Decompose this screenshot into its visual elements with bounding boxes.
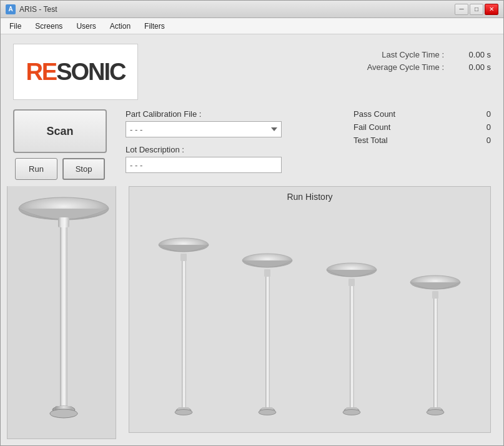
history-lamp-svg-3 — [325, 252, 378, 427]
title-bar-left: A ARIS - Test — [6, 4, 57, 14]
test-total-row: Test Total 0 — [353, 136, 491, 145]
cycle-stats: Last Cycle Time : 0.00 s Average Cycle T… — [316, 44, 491, 75]
stop-button[interactable]: Stop — [62, 158, 105, 180]
menu-file[interactable]: File — [3, 20, 27, 32]
svg-point-29 — [427, 410, 444, 415]
svg-rect-13 — [264, 269, 270, 277]
svg-rect-25 — [432, 291, 438, 299]
svg-rect-20 — [350, 286, 354, 408]
logo-area: RESONIC — [13, 44, 138, 100]
menu-filters[interactable]: Filters — [138, 20, 171, 32]
last-cycle-label: Last Cycle Time : — [382, 50, 444, 59]
form-area: Part Calibration File : - - - Lot Descri… — [126, 109, 335, 173]
fail-count-value: 0 — [472, 122, 491, 132]
history-lamp-svg-4 — [409, 265, 462, 427]
left-controls: Scan Run Stop — [13, 109, 107, 180]
app-icon: A — [6, 4, 16, 14]
close-button[interactable]: ✕ — [485, 4, 498, 15]
pass-count-label: Pass Count — [353, 109, 395, 119]
avg-cycle-label: Average Cycle Time : — [367, 62, 444, 72]
menu-bar: File Screens Users Action Filters — [1, 18, 503, 34]
svg-rect-26 — [433, 299, 438, 408]
lot-desc-input[interactable] — [126, 157, 282, 173]
top-section: RESONIC Last Cycle Time : 0.00 s Average… — [1, 34, 503, 106]
svg-point-17 — [259, 410, 276, 415]
history-lamp-svg-1 — [157, 227, 210, 427]
run-button[interactable]: Run — [15, 158, 57, 180]
run-stop-row: Run Stop — [15, 158, 105, 180]
last-cycle-row: Last Cycle Time : 0.00 s — [316, 50, 491, 59]
test-total-label: Test Total — [353, 136, 388, 145]
logo: RESONIC — [26, 59, 125, 86]
scan-button[interactable]: Scan — [13, 109, 107, 153]
title-bar: A ARIS - Test ─ □ ✕ — [1, 1, 503, 18]
svg-rect-7 — [180, 254, 187, 261]
count-stats: Pass Count 0 Fail Count 0 Test Total 0 — [353, 109, 491, 149]
controls-section: Scan Run Stop Part Calibration File : - … — [1, 106, 503, 186]
restore-button[interactable]: □ — [470, 4, 483, 15]
svg-rect-2 — [60, 227, 67, 409]
fail-count-label: Fail Count — [353, 122, 390, 132]
avg-cycle-row: Average Cycle Time : 0.00 s — [316, 62, 491, 72]
lot-desc-row: Lot Description : — [126, 145, 335, 173]
cal-file-label: Part Calibration File : — [126, 109, 335, 119]
menu-action[interactable]: Action — [104, 20, 137, 32]
svg-point-11 — [175, 410, 192, 415]
main-window: A ARIS - Test ─ □ ✕ File Screens Users A… — [0, 0, 504, 446]
minimize-button[interactable]: ─ — [455, 4, 468, 15]
main-lamp-column — [7, 186, 116, 439]
svg-rect-1 — [58, 217, 69, 227]
history-lamp-1 — [157, 227, 210, 427]
svg-point-5 — [50, 409, 77, 418]
menu-users[interactable]: Users — [70, 20, 102, 32]
svg-point-23 — [343, 410, 360, 415]
svg-rect-19 — [348, 279, 355, 286]
history-lamp-3 — [325, 252, 378, 427]
history-section: Run History — [129, 186, 491, 433]
lot-desc-label: Lot Description : — [126, 145, 335, 154]
pass-count-row: Pass Count 0 — [353, 109, 491, 119]
logo-re: RE — [26, 59, 56, 85]
svg-rect-8 — [182, 261, 186, 408]
window-title: ARIS - Test — [19, 5, 57, 14]
history-lamp-2 — [241, 243, 294, 427]
history-title: Run History — [129, 187, 490, 207]
logo-sonic: SONIC — [56, 59, 125, 85]
avg-cycle-value: 0.00 s — [453, 62, 491, 72]
history-lamp-svg-2 — [241, 243, 294, 427]
svg-rect-14 — [265, 277, 270, 408]
window-controls: ─ □ ✕ — [455, 4, 498, 15]
cal-file-select[interactable]: - - - — [126, 121, 282, 137]
cal-file-row: Part Calibration File : - - - — [126, 109, 335, 137]
test-total-value: 0 — [472, 136, 491, 145]
pass-count-value: 0 — [472, 109, 491, 119]
fail-count-row: Fail Count 0 — [353, 122, 491, 132]
menu-screens[interactable]: Screens — [29, 20, 69, 32]
last-cycle-value: 0.00 s — [453, 50, 491, 59]
history-items — [129, 207, 490, 427]
history-lamp-4 — [409, 265, 462, 427]
main-content: RESONIC Last Cycle Time : 0.00 s Average… — [1, 34, 503, 445]
main-lamp-svg — [16, 186, 112, 429]
